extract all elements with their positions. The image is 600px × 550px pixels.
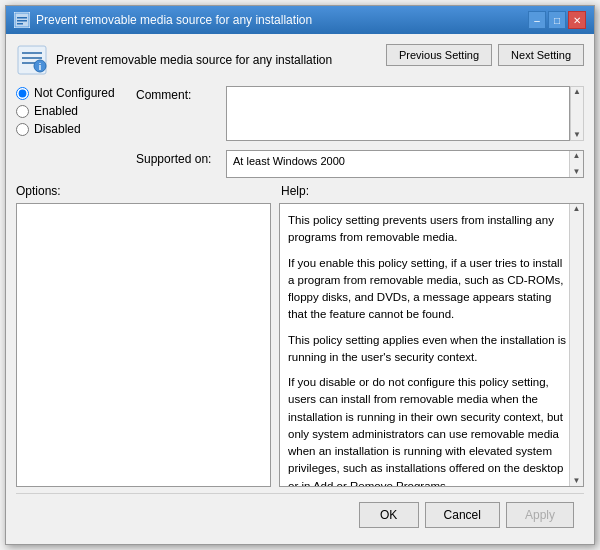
svg-rect-5 xyxy=(22,52,42,54)
disabled-option[interactable]: Disabled xyxy=(16,122,136,136)
minimize-button[interactable]: – xyxy=(528,11,546,29)
help-panel: This policy setting prevents users from … xyxy=(279,203,584,487)
apply-button[interactable]: Apply xyxy=(506,502,574,528)
prev-setting-button[interactable]: Previous Setting xyxy=(386,44,492,66)
navigation-buttons: Previous Setting Next Setting xyxy=(386,44,584,66)
scroll-up-arrow[interactable]: ▲ xyxy=(573,88,581,96)
help-para-3: This policy setting applies even when th… xyxy=(288,332,567,367)
top-section: i Prevent removable media source for any… xyxy=(16,44,584,76)
enabled-radio[interactable] xyxy=(16,105,29,118)
comment-wrap: ▲ ▼ xyxy=(226,86,584,144)
comment-scrollbar[interactable]: ▲ ▼ xyxy=(570,86,584,141)
right-fields: Comment: ▲ ▼ Supported on: At least Wind… xyxy=(136,86,584,184)
policy-title-text: Prevent removable media source for any i… xyxy=(56,53,386,67)
comment-textarea[interactable] xyxy=(226,86,570,141)
options-panel xyxy=(16,203,271,487)
cancel-button[interactable]: Cancel xyxy=(425,502,500,528)
options-section-label: Options: xyxy=(16,184,281,198)
window-title: Prevent removable media source for any i… xyxy=(36,13,312,27)
not-configured-option[interactable]: Not Configured xyxy=(16,86,136,100)
help-para-2: If you enable this policy setting, if a … xyxy=(288,255,567,324)
title-bar: Prevent removable media source for any i… xyxy=(6,6,594,34)
section-labels: Options: Help: xyxy=(16,184,584,198)
main-window: Prevent removable media source for any i… xyxy=(5,5,595,545)
supported-scroll-down[interactable]: ▼ xyxy=(573,168,581,176)
ok-button[interactable]: OK xyxy=(359,502,419,528)
window-icon xyxy=(14,12,30,28)
maximize-button[interactable]: □ xyxy=(548,11,566,29)
supported-value: At least Windows 2000 xyxy=(227,151,583,171)
next-setting-button[interactable]: Next Setting xyxy=(498,44,584,66)
supported-label: Supported on: xyxy=(136,150,226,166)
content-area: i Prevent removable media source for any… xyxy=(6,34,594,544)
close-button[interactable]: ✕ xyxy=(568,11,586,29)
supported-box: At least Windows 2000 ▲ ▼ xyxy=(226,150,584,178)
comment-label: Comment: xyxy=(136,86,226,102)
help-para-4: If you disable or do not configure this … xyxy=(288,374,567,486)
supported-scroll-up[interactable]: ▲ xyxy=(573,152,581,160)
help-content: This policy setting prevents users from … xyxy=(280,204,583,486)
svg-rect-3 xyxy=(17,23,23,25)
scroll-down-arrow[interactable]: ▼ xyxy=(573,131,581,139)
svg-text:i: i xyxy=(39,62,42,72)
enabled-option[interactable]: Enabled xyxy=(16,104,136,118)
svg-rect-6 xyxy=(22,57,42,59)
not-configured-label: Not Configured xyxy=(34,86,115,100)
radio-fields-section: Not Configured Enabled Disabled Comment: xyxy=(16,86,584,184)
disabled-radio[interactable] xyxy=(16,123,29,136)
radio-group: Not Configured Enabled Disabled xyxy=(16,86,136,136)
help-section-label: Help: xyxy=(281,184,584,198)
header-left: i Prevent removable media source for any… xyxy=(16,44,386,76)
comment-row: Comment: ▲ ▼ xyxy=(136,86,584,144)
svg-rect-2 xyxy=(17,20,27,22)
disabled-label: Disabled xyxy=(34,122,81,136)
not-configured-radio[interactable] xyxy=(16,87,29,100)
supported-row: Supported on: At least Windows 2000 ▲ ▼ xyxy=(136,150,584,178)
help-scrollbar: ▲ ▼ xyxy=(569,204,583,486)
panels-section: This policy setting prevents users from … xyxy=(16,203,584,487)
svg-rect-7 xyxy=(22,62,36,64)
help-scroll-up[interactable]: ▲ xyxy=(573,205,581,213)
bottom-bar: OK Cancel Apply xyxy=(16,493,584,534)
supported-scrollbar: ▲ ▼ xyxy=(569,151,583,177)
title-controls: – □ ✕ xyxy=(528,11,586,29)
help-para-1: This policy setting prevents users from … xyxy=(288,212,567,247)
svg-rect-1 xyxy=(17,17,27,19)
enabled-label: Enabled xyxy=(34,104,78,118)
policy-icon: i xyxy=(16,44,48,76)
help-scroll-down[interactable]: ▼ xyxy=(573,477,581,485)
title-bar-left: Prevent removable media source for any i… xyxy=(14,12,312,28)
